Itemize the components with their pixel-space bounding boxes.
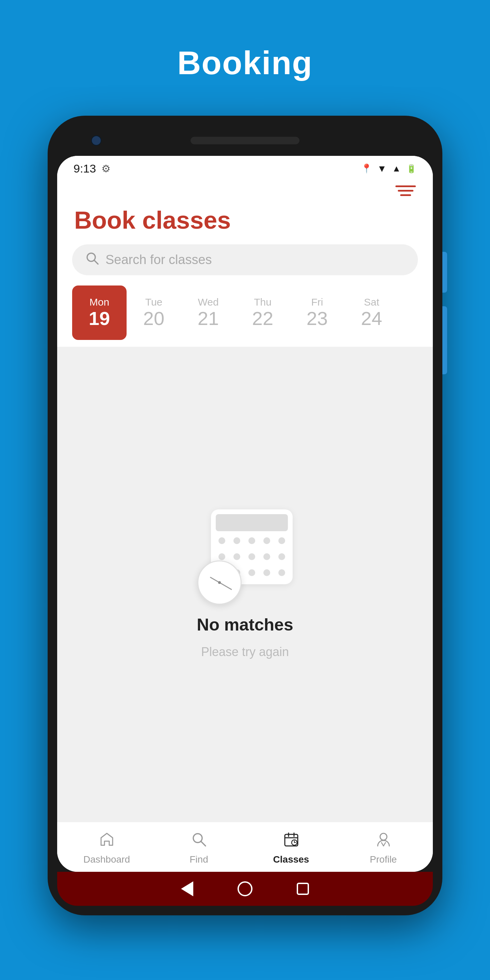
clock-illustration — [197, 560, 242, 605]
day-sat-num: 24 — [361, 308, 382, 329]
dashboard-icon — [98, 831, 115, 851]
day-fri[interactable]: Fri 23 — [290, 285, 344, 340]
svg-line-1 — [94, 260, 98, 264]
no-matches-subtitle: Please try again — [201, 645, 289, 659]
cal-header — [216, 514, 288, 531]
day-thu-num: 22 — [252, 308, 273, 329]
nav-item-profile[interactable]: Profile — [350, 831, 417, 865]
day-tue-num: 20 — [143, 308, 164, 329]
day-fri-name: Fri — [311, 296, 323, 308]
app-content: Book classes Search for classes Mon 19 — [57, 179, 433, 872]
day-mon[interactable]: Mon 19 — [72, 285, 127, 340]
day-wed[interactable]: Wed 21 — [181, 285, 235, 340]
page-heading: Book classes — [57, 199, 433, 244]
nav-item-classes[interactable]: Classes — [257, 831, 325, 865]
day-sat-name: Sat — [364, 296, 379, 308]
svg-line-12 — [382, 843, 383, 846]
filter-line-1 — [395, 185, 416, 187]
empty-state-icon-wrap — [197, 509, 293, 605]
status-bar: 9:13 ⚙ 📍 ▼ ▲ 🔋 — [57, 156, 433, 179]
classes-icon — [283, 831, 300, 851]
no-matches-title: No matches — [197, 615, 293, 635]
clock-hand-min — [219, 582, 232, 590]
nav-label-profile: Profile — [370, 854, 397, 865]
filter-line-3 — [400, 194, 411, 196]
filter-line-2 — [398, 190, 414, 192]
battery-icon: 🔋 — [406, 164, 417, 173]
svg-line-13 — [383, 843, 385, 846]
back-arrow-icon — [181, 881, 193, 896]
phone-recents-button[interactable] — [294, 880, 311, 897]
recents-square-icon — [297, 883, 309, 895]
cal-dot-4 — [263, 537, 270, 544]
cal-dot-10 — [278, 553, 285, 560]
nav-item-dashboard[interactable]: Dashboard — [73, 831, 141, 865]
phone-screen: 9:13 ⚙ 📍 ▼ ▲ 🔋 Book classes — [57, 156, 433, 872]
page-title: Booking — [177, 44, 313, 82]
phone-home-button[interactable] — [237, 880, 253, 897]
day-thu-name: Thu — [254, 296, 272, 308]
speaker-grille — [191, 137, 299, 144]
day-sat[interactable]: Sat 24 — [344, 285, 399, 340]
day-tue[interactable]: Tue 20 — [127, 285, 181, 340]
signal-icon: ▲ — [392, 163, 401, 174]
main-content-area: No matches Please try again — [57, 347, 433, 822]
location-icon: 📍 — [361, 163, 372, 174]
profile-icon — [375, 831, 392, 851]
day-mon-name: Mon — [89, 296, 109, 308]
cal-dot-13 — [248, 569, 255, 576]
bottom-nav: Dashboard Find — [57, 822, 433, 872]
status-right: 📍 ▼ ▲ 🔋 — [361, 163, 417, 174]
camera-dot — [91, 135, 102, 146]
settings-icon: ⚙ — [102, 163, 111, 175]
nav-label-find: Find — [189, 854, 208, 865]
cal-dot-14 — [263, 569, 270, 576]
svg-point-11 — [380, 833, 387, 840]
nav-label-classes: Classes — [273, 854, 309, 865]
cal-dot-9 — [263, 553, 270, 560]
search-icon — [86, 252, 99, 268]
day-wed-num: 21 — [198, 308, 219, 329]
phone-top-bar — [57, 125, 433, 156]
cal-dot-5 — [278, 537, 285, 544]
cal-dot-3 — [248, 537, 255, 544]
home-circle-icon — [237, 881, 253, 896]
day-mon-num: 19 — [89, 308, 110, 329]
status-time: 9:13 — [73, 162, 96, 175]
day-fri-num: 23 — [307, 308, 328, 329]
svg-line-3 — [201, 841, 205, 846]
clock-center-dot — [218, 581, 221, 584]
phone-side-button-right-1 — [442, 252, 447, 293]
phone-shell: 9:13 ⚙ 📍 ▼ ▲ 🔋 Book classes — [48, 116, 442, 915]
empty-state: No matches Please try again — [197, 509, 293, 659]
phone-nav-bar — [57, 872, 433, 906]
nav-item-find[interactable]: Find — [165, 831, 233, 865]
phone-side-button-right-2 — [442, 306, 447, 374]
cal-dot-1 — [218, 537, 225, 544]
app-header — [57, 179, 433, 199]
day-strip: Mon 19 Tue 20 Wed 21 Thu 22 Fri 23 — [57, 285, 433, 347]
status-left: 9:13 ⚙ — [73, 162, 111, 175]
search-bar[interactable]: Search for classes — [72, 244, 418, 275]
clock-inner — [202, 566, 237, 600]
cal-dot-8 — [248, 553, 255, 560]
filter-button[interactable] — [395, 185, 416, 196]
day-thu[interactable]: Thu 22 — [235, 285, 290, 340]
search-placeholder-text: Search for classes — [105, 253, 212, 267]
cal-dot-15 — [278, 569, 285, 576]
cal-dot-7 — [234, 553, 240, 560]
cal-dot-6 — [218, 553, 225, 560]
day-wed-name: Wed — [198, 296, 218, 308]
wifi-icon: ▼ — [377, 163, 387, 174]
day-tue-name: Tue — [145, 296, 163, 308]
nav-label-dashboard: Dashboard — [83, 854, 130, 865]
find-icon — [191, 831, 208, 851]
cal-dot-2 — [234, 537, 240, 544]
phone-back-button[interactable] — [179, 880, 196, 897]
